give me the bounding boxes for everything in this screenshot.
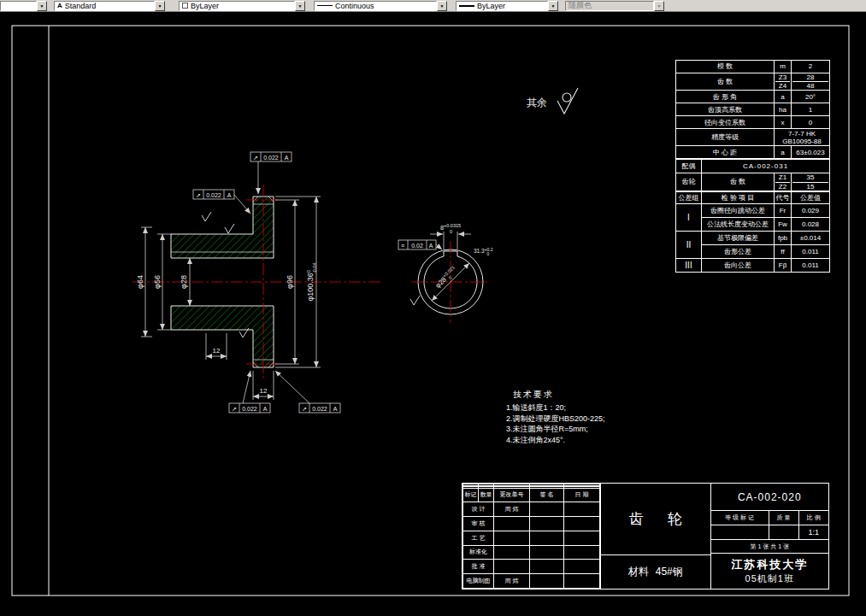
layer-combo[interactable]: ▼ xyxy=(0,1,47,11)
runout-frame-top: ↗ 0.022 A xyxy=(250,152,292,194)
tech-req-title: 技术要求 xyxy=(513,389,660,401)
table-cell: 齿圈径向跳动公差 xyxy=(702,203,775,217)
table-cell: 签 名 xyxy=(530,488,564,502)
table-cell: 精度等级 xyxy=(676,129,775,146)
chevron-down-icon: ▼ xyxy=(654,1,664,11)
gear-parameter-table: 模 数 m 2 齿 数 Z3Z4 2848 齿 形 角 a 20° 齿顶高系数 … xyxy=(675,60,829,273)
table-cell: 1 xyxy=(792,103,830,116)
other-surfaces-note: 其余 xyxy=(527,88,578,114)
table-cell: III xyxy=(676,258,702,272)
symmetry-frame: ≡ 0.02 A xyxy=(398,240,442,249)
table-cell: 63±0.023 xyxy=(792,146,830,159)
material-value: 45#钢 xyxy=(656,565,683,579)
table-cell: 基节极限偏差 xyxy=(702,231,775,244)
part-name-section: 齿 轮 材料 45#钢 xyxy=(600,484,711,589)
table-cell: x xyxy=(775,116,792,129)
tech-req-item: 2.调制处理硬度HBS200-225; xyxy=(506,414,660,425)
table-cell: 齿 数 xyxy=(676,73,775,91)
linetype-icon xyxy=(317,5,333,6)
table-cell: 数量 xyxy=(479,488,494,502)
svg-text:A: A xyxy=(429,243,433,249)
table-cell: 批 准 xyxy=(463,560,494,574)
tech-req-item: 1.输送斜度1：20; xyxy=(506,402,660,414)
tolerance-frames: ↗ 0.022 A ↗ 0.022 A xyxy=(193,152,442,413)
color-combo[interactable]: ByLayer ▼ xyxy=(179,1,305,11)
roughness-icon xyxy=(202,212,211,221)
roughness-circle-icon xyxy=(557,88,578,114)
table-cell: 公差值 xyxy=(792,191,830,203)
table-cell: 0.028 xyxy=(792,217,830,231)
table-cell: 齿轮 xyxy=(676,173,702,191)
svg-text:A: A xyxy=(333,406,338,412)
scale-value: 1:1 xyxy=(799,525,828,539)
table-cell: 日 期 xyxy=(564,488,600,502)
table-cell: ff xyxy=(775,244,792,258)
hatch-hub-upper xyxy=(171,234,253,258)
revision-signature-table: 标记 数量 更改单号 签 名 日 期 设 计 周 炜 审 核 工 艺 标准化 批… xyxy=(462,484,600,589)
basic-parameters: 模 数 m 2 齿 数 Z3Z4 2848 齿 形 角 a 20° 齿顶高系数 … xyxy=(675,60,830,159)
table-cell: 齿向公差 xyxy=(702,258,775,272)
table-cell: II xyxy=(676,231,702,258)
plotstyle-combo: 随颜色 ▼ xyxy=(565,1,664,11)
svg-text:0.022: 0.022 xyxy=(263,155,279,161)
svg-text:0.022: 0.022 xyxy=(242,406,257,412)
table-cell: ha xyxy=(775,103,792,116)
runout-frame-bottom-right: ↗ 0.022 A xyxy=(275,371,340,413)
table-cell: 齿形公差 xyxy=(702,244,775,258)
table-cell: 模 数 xyxy=(676,61,775,73)
table-cell: ±0.014 xyxy=(792,231,830,244)
chevron-down-icon[interactable]: ▼ xyxy=(437,1,447,11)
technical-requirements: 技术要求 1.输送斜度1：20; 2.调制处理硬度HBS200-225; 3.未… xyxy=(506,389,660,445)
table-cell: 中 心 距 xyxy=(676,146,775,159)
object-properties-toolbar: ▼ A Standard ▼ ByLayer ▼ Continuous ▼ xyxy=(0,0,866,12)
lineweight-combo[interactable]: ByLayer ▼ xyxy=(456,1,558,11)
material-row: 材料 45#钢 xyxy=(601,555,710,589)
table-cell: 标准化 xyxy=(463,545,494,560)
table-cell: 设 计 xyxy=(463,502,494,517)
svg-text:0.022: 0.022 xyxy=(206,192,221,198)
chevron-down-icon[interactable]: ▼ xyxy=(155,1,165,11)
text-style-value: Standard xyxy=(65,2,97,10)
title-block: 标记 数量 更改单号 签 名 日 期 设 计 周 炜 审 核 工 艺 标准化 批… xyxy=(462,483,829,590)
table-cell: 径向变位系数 xyxy=(676,116,775,129)
sheet-info: 第 1 张 共 1 张 xyxy=(711,540,828,554)
text-style-combo[interactable]: A Standard ▼ xyxy=(54,1,165,11)
other-surfaces-label: 其余 xyxy=(527,97,547,109)
chevron-down-icon[interactable]: ▼ xyxy=(37,1,47,11)
table-cell: 0.011 xyxy=(792,258,830,272)
roughness-icon xyxy=(225,224,234,233)
runout-icon: ↗ xyxy=(196,192,201,198)
symmetry-icon: ≡ xyxy=(401,243,404,249)
drawing-canvas[interactable]: φ64 φ56 φ28 φ96 φ100.360-0.04 12 12 ↗ 0 xyxy=(0,12,866,616)
runout-icon: ↗ xyxy=(232,406,237,412)
table-cell: m xyxy=(775,61,792,73)
plotstyle-value: 随颜色 xyxy=(568,1,592,11)
table-cell: 更改单号 xyxy=(494,488,530,502)
dim-hub-od: φ56 xyxy=(153,275,162,289)
table-cell: 审 核 xyxy=(463,517,494,531)
material-label: 材料 xyxy=(628,565,649,579)
cad-window: ▼ A Standard ▼ ByLayer ▼ Continuous ▼ xyxy=(0,0,866,616)
svg-text:A: A xyxy=(285,155,289,161)
chevron-down-icon[interactable]: ▼ xyxy=(548,1,558,11)
table-cell: Fw xyxy=(775,217,792,231)
tech-req-item: 4.未注倒角2x45°. xyxy=(506,435,660,446)
dim-keyway-width: 8+0.03150 xyxy=(440,223,461,234)
table-cell: Fβ xyxy=(775,258,792,272)
linetype-value: Continuous xyxy=(335,2,374,10)
designer-name: 周 炜 xyxy=(494,502,530,517)
svg-text:A: A xyxy=(227,192,232,198)
mating-drawing-number: CA-002-031 xyxy=(702,160,830,173)
table-cell: 0.011 xyxy=(792,244,830,258)
table-cell: 质 量 xyxy=(769,511,799,525)
dim-rim-width: 12 xyxy=(260,387,268,395)
layer-combo-field[interactable] xyxy=(0,1,37,11)
chevron-down-icon[interactable]: ▼ xyxy=(295,1,305,11)
tolerance-section: 公差组 检 验 项 目 代号 公差值 I 齿圈径向跳动公差 Fr 0.029 公… xyxy=(675,191,830,273)
table-cell: 2 xyxy=(792,61,830,73)
table-cell: 比 例 xyxy=(799,511,828,525)
table-cell: 0 xyxy=(792,116,830,129)
dim-bore: φ28 xyxy=(180,275,188,289)
table-cell: 0.029 xyxy=(792,203,830,217)
linetype-combo[interactable]: Continuous ▼ xyxy=(314,1,447,11)
